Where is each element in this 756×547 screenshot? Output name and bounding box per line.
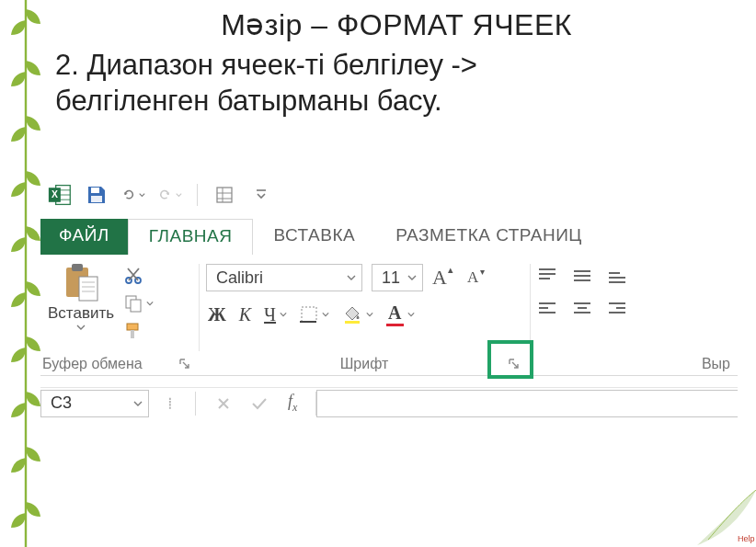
group-font-label: Шрифт [340,356,389,372]
highlight-box [487,340,533,379]
align-middle-icon[interactable] [572,268,592,284]
qat-customize-icon[interactable] [249,183,273,207]
align-bottom-icon[interactable] [607,268,627,284]
group-font: Calibri 11 A▴ A▾ [199,260,530,375]
qat-separator [197,184,198,206]
excel-logo-icon: X [48,183,72,207]
svg-rect-24 [131,300,141,312]
tab-file[interactable]: ФАЙЛ [40,219,128,256]
borders-button[interactable] [300,305,329,324]
font-color-button[interactable]: A [386,302,414,326]
font-size-value: 11 [382,268,400,288]
font-name-value: Calibri [216,268,263,288]
align-center-icon[interactable] [572,301,592,317]
align-right-icon[interactable] [607,301,627,317]
svg-rect-8 [217,188,232,202]
fill-color-button[interactable] [342,304,373,325]
touch-mode-icon[interactable] [212,183,236,207]
formula-input[interactable] [316,390,738,417]
align-left-icon[interactable] [537,301,557,317]
svg-rect-27 [302,307,316,322]
cut-button[interactable] [123,264,154,288]
name-box[interactable]: C3 [40,390,149,417]
group-alignment: Выр [530,260,738,375]
increase-font-button[interactable]: A▴ [432,266,447,290]
ribbon-tabs: ФАЙЛ ГЛАВНАЯ ВСТАВКА РАЗМЕТКА СТРАНИЦ [40,219,738,256]
slide-body: 2. Диапазон ячеек-ті белгілеу -> белгіле… [55,48,747,120]
align-top-icon[interactable] [537,268,557,284]
paste-dropdown-icon[interactable] [76,325,86,330]
group-clipboard-label: Буфер обмена [42,356,143,372]
undo-button[interactable] [121,183,145,207]
svg-rect-6 [91,188,99,193]
cancel-formula-icon[interactable] [216,396,231,411]
bold-button[interactable]: Ж [208,304,226,325]
save-icon[interactable] [85,183,109,207]
excel-window: X [40,175,738,478]
insert-function-button[interactable]: fx [288,392,297,415]
copy-button[interactable] [123,291,154,315]
slide-body-line1: 2. Диапазон ячеек-ті белгілеу -> [55,48,747,84]
slide-title: Мәзір – ФОРМАТ ЯЧЕЕК [46,7,747,42]
font-size-combo[interactable]: 11 [372,264,423,291]
help-label: Help [738,534,755,543]
font-name-combo[interactable]: Calibri [206,264,362,291]
quick-access-toolbar: X [40,175,738,219]
paste-icon[interactable] [63,262,99,302]
redo-button[interactable] [158,183,182,207]
svg-rect-29 [345,321,360,324]
clipboard-dialog-launcher-icon[interactable] [178,358,191,370]
svg-rect-14 [72,264,83,271]
italic-button[interactable]: К [239,304,251,325]
paste-label[interactable]: Вставить [48,304,114,323]
slide-body-line2: белгіленген батырманы басу. [55,84,747,120]
formula-bar: C3 ⁞ fx [40,387,738,418]
formula-more-icon[interactable]: ⁞ [167,393,175,414]
accept-formula-icon[interactable] [251,396,268,411]
svg-rect-25 [127,324,138,330]
tab-home[interactable]: ГЛАВНАЯ [128,219,254,256]
chevron-down-icon[interactable] [133,399,143,408]
tab-page-layout[interactable]: РАЗМЕТКА СТРАНИЦ [375,219,602,256]
svg-text:X: X [52,189,58,199]
svg-rect-26 [131,330,134,338]
svg-rect-15 [79,277,97,301]
decrease-font-button[interactable]: A▾ [467,268,478,287]
tab-insert[interactable]: ВСТАВКА [253,219,375,256]
svg-rect-7 [91,196,102,202]
group-clipboard: Вставить [40,260,199,375]
name-box-value: C3 [51,393,72,413]
page-curl-icon: Help [692,490,756,547]
format-painter-button[interactable] [123,319,154,343]
ribbon: Вставить [40,255,738,376]
group-alignment-label: Выр [702,356,730,372]
underline-button[interactable]: Ч [264,304,287,325]
